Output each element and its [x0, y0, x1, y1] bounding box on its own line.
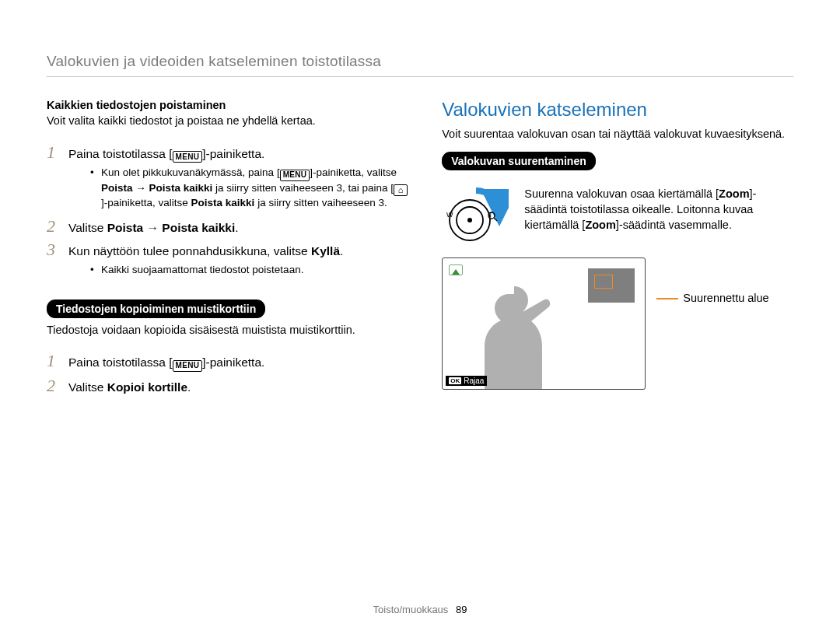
step-number: 2: [47, 217, 61, 236]
step-3-text: .: [340, 244, 343, 257]
dial-w-label: W: [446, 211, 453, 219]
step-number: 3: [47, 240, 61, 279]
copy-pill: Tiedostojen kopioiminen muistikorttiin: [47, 299, 265, 318]
bullet-text: →: [133, 182, 149, 194]
footer-section: Toisto/muokkaus: [373, 604, 449, 615]
copy-step-2-text: .: [187, 380, 191, 394]
step-3-bold: Kyllä: [311, 244, 340, 257]
step-2-bold: Poista kaikki: [162, 221, 235, 234]
copy-step-2: 2 Valitse Kopioi kortille.: [47, 377, 412, 396]
enlarged-area-label: Suurennettu alue: [683, 292, 768, 304]
section-intro: Voit suurentaa valokuvan osan tai näyttä…: [442, 127, 793, 142]
step-3-text: Kun näyttöön tulee ponnahdusikkuna, vali…: [68, 244, 311, 257]
step-1-text-b: ]-painiketta.: [202, 147, 264, 160]
ok-icon: OK: [449, 377, 461, 384]
menu-icon: MENU: [280, 170, 310, 181]
svg-line-4: [494, 218, 497, 221]
left-column: Kaikkien tiedostojen poistaminen Voit va…: [47, 99, 412, 416]
step-number: 1: [47, 352, 61, 372]
step-2: 2 Valitse Poista → Poista kaikki.: [47, 217, 412, 236]
zoom-pill: Valokuvan suurentaminen: [442, 152, 596, 170]
step-2-bold: Poista: [107, 221, 144, 234]
dial-text-part: Suurenna valokuvan osaa kiertämällä [: [524, 187, 719, 200]
bullet-text: ja siirry sitten vaiheeseen 3, tai paina…: [212, 182, 394, 194]
dial-text: Suurenna valokuvan osaa kiertämällä [Zoo…: [524, 186, 793, 233]
mini-map: [587, 268, 635, 303]
bullet-bold: Poista kaikki: [191, 197, 255, 208]
copy-step-2-bold: Kopioi kortille: [107, 380, 187, 394]
bullet-bold: Poista: [101, 182, 133, 194]
dial-text-part: ]-säädintä vasemmalle.: [616, 219, 732, 231]
right-column: Valokuvien katseleminen Voit suurentaa v…: [442, 99, 793, 416]
step-number: 2: [47, 377, 61, 396]
svg-point-2: [467, 218, 472, 222]
step-1: 1 Paina toistotilassa [MENU]-painiketta.…: [47, 143, 412, 212]
delete-all-body: Voit valita kaikki tiedostot ja poistaa …: [47, 114, 412, 129]
step-1-text-a: Paina toistotilassa [: [68, 147, 173, 160]
copy-step-1: 1 Paina toistotilassa [MENU]-painiketta.: [47, 352, 412, 372]
bullet-text: ]-painiketta, valitse: [101, 197, 191, 208]
page-header: Valokuvien ja videoiden katseleminen toi…: [47, 53, 793, 77]
leader-line: [656, 298, 678, 299]
page-footer: Toisto/muokkaus 89: [0, 604, 840, 615]
copy-step-1-text: Paina toistotilassa [: [68, 356, 173, 369]
step-1-bullet: • Kun olet pikkukuvanäkymässä, paina [ME…: [90, 166, 412, 211]
section-title: Valokuvien katseleminen: [442, 99, 793, 121]
footer-page-number: 89: [456, 604, 467, 615]
bullet-text: Kun olet pikkukuvanäkymässä, paina [: [101, 166, 280, 178]
bullet-text: Kaikki suojaamattomat tiedostot poisteta…: [101, 263, 303, 278]
home-icon: ⌂: [394, 184, 408, 196]
dial-bold: Zoom: [585, 219, 615, 231]
preview-screen: OK Rajaa: [442, 257, 646, 390]
copy-step-2-text: Valitse: [68, 380, 107, 394]
step-2-text: →: [143, 221, 162, 234]
dial-bold: Zoom: [719, 187, 749, 200]
silhouette-icon: [460, 272, 576, 389]
copy-step-1-text: ]-painiketta.: [202, 356, 264, 369]
step-number: 1: [47, 143, 61, 212]
copy-body: Tiedostoja voidaan kopioida sisäisestä m…: [47, 323, 412, 338]
step-2-text: .: [235, 221, 238, 234]
crop-label: OK Rajaa: [446, 376, 487, 386]
bullet-bold: Poista kaikki: [149, 182, 213, 194]
menu-icon: MENU: [173, 151, 203, 163]
delete-all-heading: Kaikkien tiedostojen poistaminen: [47, 99, 412, 111]
zoom-dial-icon: W T: [442, 186, 509, 245]
menu-icon: MENU: [173, 360, 203, 372]
enlarged-area-callout: Suurennettu alue: [656, 292, 768, 304]
step-2-text: Valitse: [68, 221, 107, 234]
crop-text: Rajaa: [464, 377, 484, 385]
step-3-bullet: • Kaikki suojaamattomat tiedostot poiste…: [90, 263, 343, 278]
bullet-text: ]-painiketta, valitse: [310, 166, 397, 178]
bullet-text: ja siirry sitten vaiheeseen 3.: [254, 197, 387, 208]
step-3: 3 Kun näyttöön tulee ponnahdusikkuna, va…: [47, 240, 412, 279]
